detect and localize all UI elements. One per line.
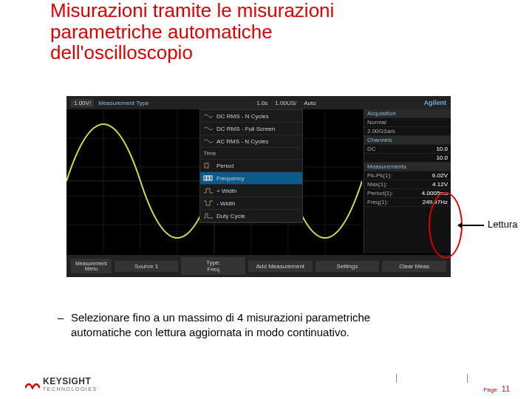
ch-2: 10.0 (364, 154, 451, 163)
bullet-point: –Selezionare fino a un massimo di 4 misu… (58, 310, 405, 341)
meas-type-label: Measurement Type (98, 100, 149, 106)
acq-header: Acquisition (364, 109, 451, 118)
trigger-mode: Auto (304, 100, 316, 106)
settings-button[interactable]: Settings (316, 261, 380, 272)
keysight-logo-icon (25, 378, 40, 391)
ch1-scale: 1.00V/ (71, 99, 94, 107)
acq-rate: 2.00GSa/s (364, 127, 451, 136)
bot-menu-label: Measurement Menu (71, 259, 112, 273)
footer-divider (396, 374, 397, 383)
page-num: 11 (502, 385, 510, 393)
footer-divider-2 (467, 374, 468, 383)
source-button[interactable]: Source 1 (115, 261, 179, 272)
brand-label: Agilent (423, 99, 446, 106)
footer-logo: KEYSIGHT TECHNOLOGIES (25, 376, 98, 392)
menu-item-pwidth[interactable]: + Width (200, 185, 302, 197)
menu-group-time: Time (200, 148, 302, 160)
meas-max: Max(1):4.12V (364, 180, 451, 189)
svg-rect-14 (204, 176, 206, 180)
freq-icon (203, 174, 214, 182)
ch-dc: DC10.0 (364, 145, 451, 154)
bullet-dash: – (58, 310, 71, 325)
meas-period: Period(1):4.0005ms (364, 189, 451, 198)
menu-item-nwidth[interactable]: - Width (200, 197, 302, 210)
scope-top-bar: 1.00V/ Measurement Type 1.0s 1.00US/ Aut… (66, 96, 451, 109)
brand-sub: TECHNOLOGIES (43, 386, 98, 392)
title-text-1: Misurazioni tramite le misurazioni (50, 0, 334, 21)
page-number: Page 11 (483, 385, 510, 393)
scope-side-panel: Acquisition Normal 2.00GSa/s Channels DC… (364, 109, 451, 253)
timebase-1: 1.0s (256, 100, 267, 106)
bullet-text: Selezionare fino a un massimo di 4 misur… (71, 310, 396, 341)
add-meas-button[interactable]: Add Measurement (248, 261, 313, 272)
menu-item-dcrms-n[interactable]: DC RMS - N Cycles (200, 110, 302, 123)
measurement-menu-dropdown: DC RMS - N Cycles DC RMS - Full Screen A… (200, 109, 303, 223)
scope-screen: 1.00V/ Measurement Type 1.0s 1.00US/ Aut… (66, 96, 451, 277)
scope-bottom-bar: Measurement Menu Source 1 Type: Freq Add… (66, 255, 451, 277)
page-label: Page (483, 386, 497, 393)
duty-icon (203, 212, 214, 219)
slide-title: Misurazioni tramite le misurazioni param… (50, 0, 361, 64)
menu-item-duty[interactable]: Duty Cycle (200, 210, 302, 222)
menu-item-frequency[interactable]: Frequency (200, 172, 302, 185)
menu-item-dcrms-fs[interactable]: DC RMS - Full Screen (200, 123, 302, 135)
pulse-up-icon (203, 187, 214, 194)
title-text-2: parametriche automatiche dell'oscillosco… (50, 21, 273, 64)
menu-item-period[interactable]: Period (200, 160, 302, 172)
wave-icon (203, 137, 214, 145)
svg-rect-13 (205, 163, 208, 168)
brand-name: KEYSIGHT (43, 376, 98, 386)
oscilloscope-screenshot: 1.00V/ Measurement Type 1.0s 1.00US/ Aut… (66, 96, 451, 288)
clear-meas-button[interactable]: Clear Meas (382, 261, 446, 272)
acq-mode: Normal (364, 118, 451, 127)
wave-icon (203, 112, 214, 120)
svg-rect-16 (210, 176, 212, 180)
svg-rect-15 (207, 176, 209, 180)
pulse-down-icon (203, 200, 214, 207)
annotation-arrow (462, 225, 484, 226)
meas-freq: Freq(1):249.97Hz (364, 198, 451, 207)
meas-pkpk: Pk-Pk(1):6.02V (364, 171, 451, 180)
ch-header: Channels (364, 136, 451, 145)
menu-item-acrms[interactable]: AC RMS - N Cycles (200, 135, 302, 148)
period-icon (203, 162, 214, 169)
annotation-label: Lettura (488, 219, 517, 230)
wave-icon (203, 125, 214, 132)
timebase-2: 1.00US/ (275, 100, 296, 106)
meas-header: Measurements (364, 163, 451, 171)
type-button[interactable]: Type: Freq (181, 257, 245, 275)
